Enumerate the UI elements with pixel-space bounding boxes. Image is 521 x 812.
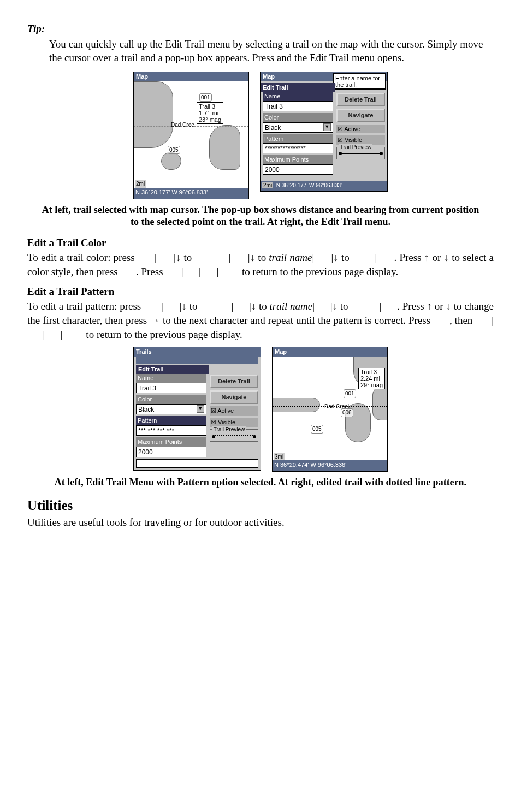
name-field[interactable]: Trail 3: [263, 101, 333, 111]
tab-strip: [136, 357, 258, 364]
delete-trail-button[interactable]: Delete Trail: [210, 375, 258, 388]
pattern-field[interactable]: ****************: [263, 143, 333, 153]
name-label: Name: [263, 92, 333, 101]
color-label: Color: [263, 113, 333, 122]
trail-popup: Trail 3 1.71 mi 23° mag: [197, 102, 223, 124]
edit-trail-header: Edit Trail: [136, 365, 209, 374]
map-scale: 2mi: [135, 180, 146, 188]
trails-title: Trails: [134, 347, 260, 357]
name-field[interactable]: Trail 3: [136, 383, 206, 393]
active-checkbox[interactable]: ☒ Active: [336, 125, 385, 134]
utilities-heading: Utilities: [27, 496, 494, 515]
color-field[interactable]: Black▼: [136, 404, 206, 414]
map-status: N 36°20.474' W 96°06.336': [273, 460, 387, 471]
tip-body: You can quickly call up the Edit Trail m…: [49, 37, 494, 65]
color-field[interactable]: Black▼: [263, 122, 333, 133]
waypoint-005: 005: [311, 425, 323, 434]
trail-popup: Trail 3 2.24 mi 29° mag: [358, 368, 385, 389]
tooltip: Enter a name for the trail.: [333, 73, 386, 90]
edit-trail-pattern-heading: Edit a Trail Pattern: [27, 285, 494, 299]
max-points-field[interactable]: 2000: [263, 164, 333, 175]
utilities-text: Utilities are useful tools for traveling…: [27, 515, 494, 530]
pattern-label: Pattern: [136, 416, 206, 425]
navigate-button[interactable]: Navigate: [210, 390, 258, 404]
name-label: Name: [136, 374, 206, 383]
map-scale: 3mi: [274, 453, 285, 461]
edit-trail-screenshot: Map Enter a name for the trail. Edit Tra…: [260, 72, 388, 192]
edit-trail-color-heading: Edit a Trail Color: [27, 236, 494, 250]
map-title: Map: [134, 72, 248, 81]
dad-creek-label: Dad Cree: [171, 121, 194, 129]
max-points-field[interactable]: 2000: [136, 447, 206, 457]
edit-trail-pattern-screenshot: Trails Edit Trail Name Trail 3 Color Bla…: [133, 347, 261, 471]
map-dotted-trail-screenshot: Map Trail 3 2.24 mi 29° mag 001 Dad Cree…: [272, 347, 388, 472]
edit-trail-header: Edit Trail: [260, 83, 335, 92]
max-points-label: Maximum Points: [263, 155, 333, 164]
color-label: Color: [136, 395, 206, 404]
map-title: Map: [273, 347, 387, 357]
trail-preview-group: Trail Preview: [336, 147, 385, 159]
waypoint-001: 001: [199, 93, 212, 102]
max-points-label: Maximum Points: [136, 437, 206, 447]
active-checkbox[interactable]: ☒ Active: [210, 406, 258, 416]
waypoint-005: 005: [168, 146, 180, 155]
pattern-field[interactable]: *** *** *** ***: [136, 425, 206, 436]
waypoint-001: 001: [344, 389, 356, 398]
delete-trail-button[interactable]: Delete Trail: [336, 93, 385, 106]
figure-1-caption: At left, trail selected with map cursor.…: [38, 204, 483, 228]
map-status: 2mi N 36°20.177' W 96°06.833': [260, 181, 387, 191]
figure-1: Map 001 Trail 3 1.71 mi 23° mag Dad Cree…: [27, 72, 494, 199]
edit-trail-pattern-text: To edit a trail pattern: press | |↓ to |…: [27, 299, 494, 341]
chevron-down-icon[interactable]: ▼: [323, 123, 331, 131]
figure-2-caption: At left, Edit Trail Menu with Pattern op…: [38, 476, 483, 489]
pattern-label: Pattern: [263, 134, 333, 144]
edit-trail-color-text: To edit a trail color: press | |↓ to | |…: [27, 251, 494, 278]
figure-2: Trails Edit Trail Name Trail 3 Color Bla…: [27, 347, 494, 472]
map-screenshot-left: Map 001 Trail 3 1.71 mi 23° mag Dad Cree…: [133, 72, 249, 199]
waypoint-006: 006: [341, 408, 353, 417]
tip-label: Tip:: [27, 22, 494, 36]
map-status: N 36°20.177' W 96°06.833': [134, 188, 248, 199]
trail-preview-group: Trail Preview: [210, 429, 258, 442]
chevron-down-icon[interactable]: ▼: [197, 405, 204, 413]
navigate-button[interactable]: Navigate: [336, 109, 385, 122]
